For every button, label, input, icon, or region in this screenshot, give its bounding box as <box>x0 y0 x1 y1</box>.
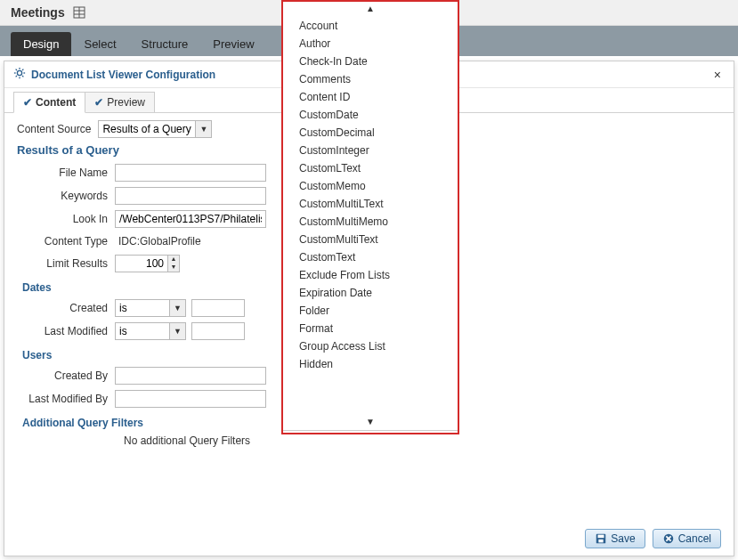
spinner-down-icon[interactable]: ▼ <box>168 264 179 272</box>
svg-rect-15 <box>599 540 604 543</box>
dropdown-item[interactable]: CustomMemo <box>283 177 458 195</box>
content-source-select[interactable]: Results of a Query <box>98 120 212 138</box>
tab-structure[interactable]: Structure <box>129 32 201 56</box>
created-by-input[interactable] <box>115 367 266 385</box>
tab-select[interactable]: Select <box>71 32 128 56</box>
svg-rect-14 <box>598 535 604 539</box>
save-icon <box>595 532 607 545</box>
svg-line-12 <box>22 69 23 70</box>
look-in-input[interactable] <box>115 210 266 228</box>
dropdown-item[interactable]: CustomText <box>283 248 458 266</box>
modified-value-input[interactable] <box>191 322 245 340</box>
modified-op-select[interactable]: is <box>115 322 186 340</box>
cancel-icon <box>662 532 675 545</box>
dropdown-item[interactable]: CustomInteger <box>283 142 458 159</box>
dropdown-item[interactable]: Folder <box>283 302 458 320</box>
modal-title: Document List Viewer Configuration <box>31 69 215 81</box>
datasheet-icon[interactable] <box>72 5 86 20</box>
cancel-button[interactable]: Cancel <box>653 529 721 548</box>
save-label: Save <box>611 532 635 545</box>
svg-line-10 <box>22 76 23 77</box>
content-source-label: Content Source <box>17 123 91 135</box>
dropdown-item[interactable]: CustomDecimal <box>283 124 458 142</box>
dropdown-item[interactable]: Author <box>283 35 458 53</box>
modal-tab-preview-label: Preview <box>107 96 145 109</box>
keywords-input[interactable] <box>115 187 266 205</box>
svg-point-4 <box>17 70 21 75</box>
dropdown-item[interactable]: Account <box>283 17 458 35</box>
modal-tab-preview[interactable]: ✔ Preview <box>85 92 155 112</box>
modified-by-label: Last Modified By <box>17 393 115 405</box>
file-name-input[interactable] <box>115 164 266 182</box>
created-value-input[interactable] <box>191 299 245 317</box>
dropdown-item[interactable]: Content ID <box>283 88 458 106</box>
check-icon: ✔ <box>94 96 103 109</box>
dropdown-item[interactable]: CustomMultiLText <box>283 195 458 213</box>
created-op-select[interactable]: is <box>115 299 186 317</box>
modified-label: Last Modified <box>17 325 115 337</box>
check-icon: ✔ <box>23 96 32 109</box>
content-type-value: IDC:GlobalProfile <box>115 233 205 249</box>
dropdown-item[interactable]: Hidden <box>283 355 458 373</box>
created-by-label: Created By <box>17 369 115 382</box>
dropdown-item[interactable]: Check-In Date <box>283 53 458 70</box>
save-button[interactable]: Save <box>585 529 645 548</box>
dropdown-item[interactable]: Format <box>283 320 458 337</box>
dropdown-item[interactable]: CustomLText <box>283 159 458 177</box>
no-filters-text: No additional Query Filters <box>124 434 721 447</box>
limit-results-input[interactable] <box>115 255 168 272</box>
gear-icon <box>13 67 26 82</box>
filter-dropdown: ▲ Account Author Check-In Date Comments … <box>281 0 459 434</box>
svg-line-9 <box>16 69 17 70</box>
dropdown-item[interactable]: CustomDate <box>283 106 458 124</box>
dropdown-list: Account Author Check-In Date Comments Co… <box>283 15 458 415</box>
look-in-label: Look In <box>17 213 115 225</box>
cancel-label: Cancel <box>678 532 711 545</box>
created-label: Created <box>17 302 115 314</box>
limit-results-label: Limit Results <box>17 257 115 270</box>
file-name-label: File Name <box>17 166 115 179</box>
modal-footer: Save Cancel <box>4 522 734 556</box>
tab-design[interactable]: Design <box>11 32 71 56</box>
dropdown-separator <box>283 430 458 431</box>
modal-tab-content-label: Content <box>36 96 76 109</box>
dropdown-item[interactable]: Group Access List <box>283 337 458 355</box>
dropdown-item[interactable]: CustomMultiText <box>283 231 458 248</box>
svg-line-11 <box>16 76 17 77</box>
dropdown-item[interactable]: Expiration Date <box>283 284 458 302</box>
dropdown-item[interactable]: CustomMultiMemo <box>283 213 458 231</box>
scroll-up-icon[interactable]: ▲ <box>283 2 458 15</box>
spinner-up-icon[interactable]: ▲ <box>168 256 179 264</box>
close-icon[interactable]: × <box>710 68 725 82</box>
keywords-label: Keywords <box>17 190 115 202</box>
scroll-down-icon[interactable]: ▼ <box>283 415 458 428</box>
tab-preview[interactable]: Preview <box>200 32 266 56</box>
dropdown-item[interactable]: Comments <box>283 70 458 88</box>
modified-by-input[interactable] <box>115 390 266 408</box>
modal-tab-content[interactable]: ✔ Content <box>13 92 85 113</box>
page-title: Meetings <box>11 5 65 20</box>
content-type-label: Content Type <box>17 235 115 248</box>
dropdown-item[interactable]: Exclude From Lists <box>283 266 458 284</box>
